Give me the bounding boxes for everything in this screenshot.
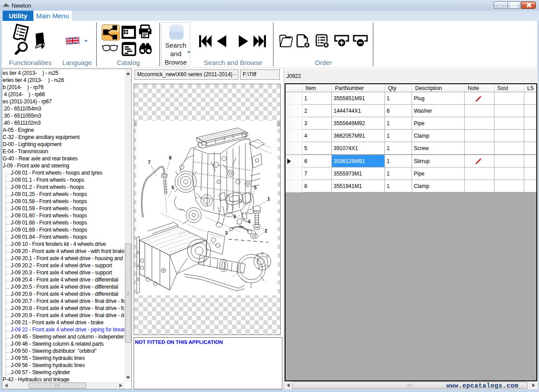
svg-text:7: 7: [148, 159, 151, 165]
svg-text:5: 5: [254, 185, 257, 190]
svg-text:5: 5: [172, 185, 174, 190]
svg-text:3: 3: [225, 230, 228, 236]
svg-text:8: 8: [169, 155, 172, 160]
svg-text:4: 4: [248, 219, 251, 224]
svg-text:1: 1: [267, 196, 270, 201]
svg-text:6: 6: [233, 214, 236, 219]
svg-text:2: 2: [265, 228, 267, 233]
